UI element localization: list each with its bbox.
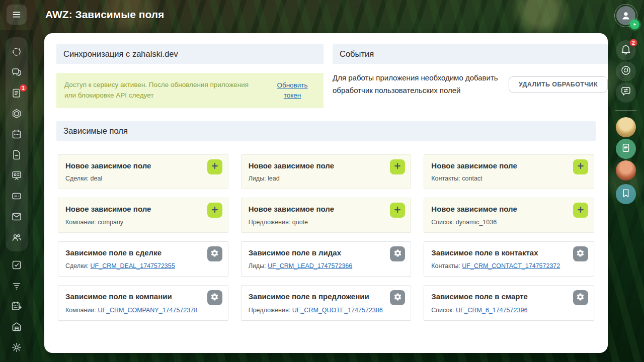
add-field-button[interactable] <box>390 203 405 218</box>
card-subtitle: Сделки: deal <box>65 175 201 182</box>
sidebar-item-tasks[interactable] <box>6 254 28 275</box>
card-title: Зависимое поле в предложении <box>249 291 384 303</box>
plus-icon <box>210 161 219 172</box>
gear-icon <box>576 293 585 303</box>
configure-field-button[interactable] <box>390 290 405 305</box>
new-field-card: Новое зависимое поле Список: dynamic_103… <box>424 198 594 233</box>
new-field-card: Новое зависимое поле Сделки: deal <box>58 154 228 190</box>
gear-icon <box>11 341 23 353</box>
market-icon <box>11 321 23 333</box>
plus-icon <box>210 205 219 216</box>
gear-icon <box>393 293 402 303</box>
gear-icon <box>210 249 219 259</box>
sidebar-item-mail[interactable] <box>6 206 28 227</box>
card-title: Зависимое поле в смарте <box>431 291 567 303</box>
configured-field-card: Зависимое поле в компании Компании: UF_C… <box>58 285 228 321</box>
card-subtitle: Лиды: lead <box>249 175 384 182</box>
configure-field-button[interactable] <box>207 290 222 305</box>
sidebar-item-crm[interactable] <box>6 165 28 186</box>
field-code-link[interactable]: UF_CRM_COMPANY_1747572378 <box>98 307 197 314</box>
sidebar-item-market[interactable] <box>6 316 28 337</box>
hexagon-icon <box>11 108 23 120</box>
rail-divider <box>615 110 636 111</box>
bookmark-widget-button[interactable] <box>616 184 636 204</box>
field-code-link[interactable]: UF_CRM_LEAD_1747572366 <box>268 262 352 269</box>
configure-field-button[interactable] <box>207 246 222 261</box>
sidebar-item-sales-funnel[interactable] <box>6 275 28 296</box>
fields-grid: Новое зависимое поле Сделки: deal Новое … <box>56 154 596 321</box>
new-field-card: Новое зависимое поле Предложения: quote <box>241 198 412 233</box>
card-title: Новое зависимое поле <box>249 204 384 215</box>
play-badge[interactable] <box>630 20 639 29</box>
document-icon <box>11 149 23 161</box>
add-field-button[interactable] <box>207 159 222 174</box>
pulse-icon <box>11 46 23 58</box>
configure-field-button[interactable] <box>390 246 405 261</box>
user-avatar[interactable] <box>616 117 636 137</box>
mail-icon <box>11 211 23 223</box>
copilot-button[interactable] <box>616 61 636 81</box>
page-title: AWZ: Зависимые поля <box>45 9 164 21</box>
user-avatar[interactable] <box>616 160 636 180</box>
sidebar-item-sites[interactable] <box>6 103 28 124</box>
chat-bubbles-icon <box>11 66 23 78</box>
plus-icon <box>576 161 585 172</box>
field-label: Контакты: <box>431 262 462 269</box>
gear-icon <box>210 293 219 303</box>
new-field-card: Новое зависимое поле Лиды: lead <box>241 154 412 190</box>
card-title: Новое зависимое поле <box>65 160 201 172</box>
copilot-icon <box>620 64 632 78</box>
profile-avatar[interactable] <box>614 4 637 27</box>
configured-field-card: Зависимое поле в смарте Список: UF_CRM_6… <box>424 285 594 321</box>
document-widget-button[interactable] <box>616 139 636 159</box>
field-label: Лиды: <box>249 262 268 269</box>
sync-alert: Доступ к сервису активен. После обновлен… <box>56 73 324 108</box>
card-subtitle: Компании: company <box>65 219 201 226</box>
people-icon <box>11 231 23 243</box>
sidebar-item-calendar[interactable] <box>6 124 28 144</box>
hamburger-icon <box>11 9 22 20</box>
events-section: События Для работы приложения необходимо… <box>333 44 608 108</box>
add-field-button[interactable] <box>573 159 588 174</box>
refresh-token-link[interactable]: Обновить токен <box>270 80 314 101</box>
field-code-link[interactable]: UF_CRM_6_1747572396 <box>456 307 527 314</box>
gear-icon <box>576 249 585 259</box>
planner-plus-icon <box>11 300 23 312</box>
field-label: Сделки: <box>65 262 91 269</box>
sidebar-item-messenger[interactable] <box>6 62 28 82</box>
field-label: Список: <box>431 307 456 314</box>
card-title: Новое зависимое поле <box>431 160 567 172</box>
configure-field-button[interactable] <box>573 246 588 261</box>
add-field-button[interactable] <box>207 203 222 218</box>
card-subtitle: Контакты: contact <box>431 175 567 182</box>
sidebar-item-settings[interactable] <box>6 337 28 357</box>
card-subtitle: Предложения: quote <box>249 219 384 226</box>
plus-icon <box>393 205 402 216</box>
field-code-link[interactable]: UF_CRM_DEAL_1747572355 <box>91 262 175 269</box>
field-code-link[interactable]: UF_CRM_CONTACT_1747572372 <box>462 262 560 269</box>
card-title: Новое зависимое поле <box>65 204 201 215</box>
menu-button[interactable] <box>7 5 27 25</box>
field-code-link[interactable]: UF_CRM_QUOTE_1747572386 <box>292 307 383 314</box>
card-title: Новое зависимое поле <box>431 204 567 215</box>
main-panel: Синхронизация с zahalski.dev Доступ к се… <box>44 33 608 353</box>
sidebar-item-newsfeed[interactable]: 1 <box>6 82 28 103</box>
sidebar-item-planner[interactable] <box>6 296 28 316</box>
sync-alert-text: Доступ к сервису активен. После обновлен… <box>64 80 261 101</box>
plus-icon <box>576 205 585 216</box>
gear-icon <box>393 249 402 259</box>
notifications-button[interactable]: 2 <box>616 40 636 60</box>
card-subtitle: Список: dynamic_1036 <box>431 219 567 226</box>
configure-field-button[interactable] <box>573 290 588 305</box>
newsfeed-badge: 1 <box>19 84 27 92</box>
sidebar-item-employees[interactable] <box>6 227 28 247</box>
add-field-button[interactable] <box>390 159 405 174</box>
delete-handler-button[interactable]: УДАЛИТЬ ОБРАБОТЧИК <box>509 76 608 93</box>
sidebar-item-drive[interactable] <box>6 186 28 206</box>
sidebar-item-pulse[interactable] <box>6 41 28 62</box>
sidebar-item-documents[interactable] <box>6 144 28 165</box>
helpdesk-button[interactable] <box>616 82 636 103</box>
check-square-icon <box>11 259 23 271</box>
add-field-button[interactable] <box>573 203 588 218</box>
drive-icon <box>11 190 23 202</box>
